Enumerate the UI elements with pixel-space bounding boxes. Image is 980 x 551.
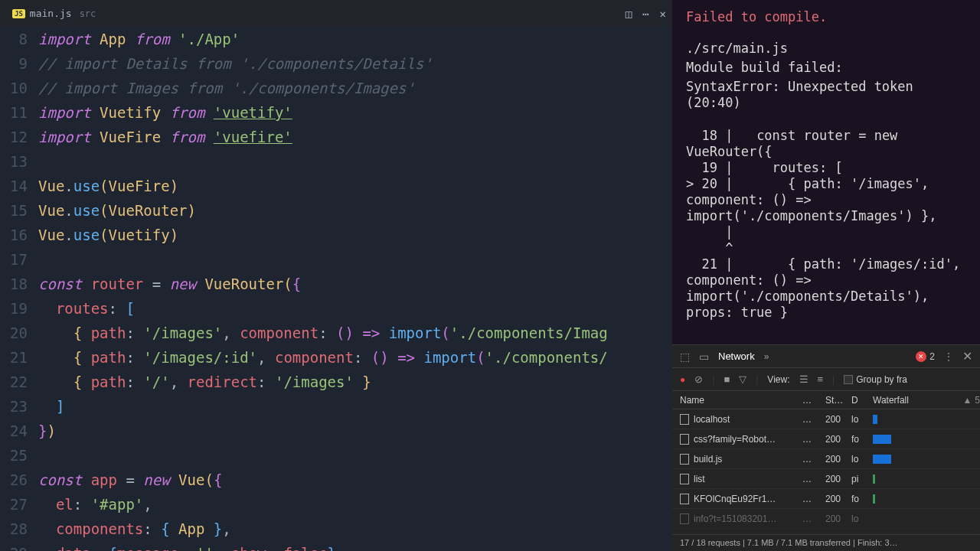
table-row[interactable]: css?family=Robot……200fo	[672, 429, 980, 449]
tab-bar: JS main.js src ◫ ⋯ ✕	[0, 0, 672, 27]
table-row[interactable]: build.js…200lo	[672, 449, 980, 469]
devtools-close-icon[interactable]: ✕	[962, 349, 972, 364]
capture-screenshot-icon[interactable]: ■	[724, 373, 730, 385]
file-icon	[680, 434, 689, 445]
clear-icon[interactable]: ⊘	[694, 373, 703, 385]
view-list-icon[interactable]: ☰	[799, 373, 808, 385]
tab-filename: main.js	[30, 8, 72, 19]
devtools-tab-bar: ⬚ ▭ Network » ✕ 2 ⋮ ✕	[672, 345, 980, 368]
network-footer: 17 / 18 requests | 7.1 MB / 7.1 MB trans…	[672, 534, 980, 551]
error-file: ./src/main.js	[686, 41, 966, 57]
more-tabs-icon[interactable]: »	[764, 351, 769, 362]
error-dot-icon: ✕	[916, 351, 926, 362]
code-content[interactable]: import App from './App'// import Details…	[38, 27, 672, 551]
col-waterfall[interactable]: Waterfall ▲ 5	[868, 395, 980, 406]
line-gutter: 8910111213141516171819202122232425262728…	[0, 27, 38, 551]
split-editor-icon[interactable]: ◫	[626, 8, 632, 20]
file-tab[interactable]: JS main.js src	[6, 0, 102, 27]
table-row[interactable]: info?t=151083201……200lo	[672, 509, 980, 529]
file-icon	[680, 414, 689, 425]
col-more[interactable]: …	[802, 395, 825, 406]
file-icon	[680, 454, 689, 465]
group-label: Group by fra	[856, 374, 907, 385]
col-status[interactable]: St…	[825, 395, 851, 406]
network-table: Name … St… D Waterfall ▲ 5 localhost…200…	[672, 391, 980, 534]
devtools-more-icon[interactable]: ⋮	[944, 351, 953, 362]
more-actions-icon[interactable]: ⋯	[642, 8, 648, 20]
col-name[interactable]: Name	[672, 395, 802, 406]
network-toolbar: ● ⊘ | ■ ▽ | View: ☰ ≡ | Group by fra	[672, 368, 980, 391]
error-badge[interactable]: ✕ 2	[916, 351, 935, 362]
error-title: Failed to compile.	[686, 9, 966, 25]
error-syntax: SyntaxError: Unexpected token (20:40)	[686, 79, 966, 111]
tab-path-hint: src	[80, 8, 96, 19]
table-row[interactable]: KFOlCnqEu92Fr1……200fo	[672, 489, 980, 509]
file-icon	[680, 494, 689, 504]
group-by-frame-checkbox[interactable]: Group by fra	[844, 374, 907, 385]
error-overlay: Failed to compile. ./src/main.js Module …	[672, 0, 980, 344]
inspect-icon[interactable]: ⬚	[680, 350, 690, 363]
table-row[interactable]: list…200pi	[672, 469, 980, 489]
col-domain[interactable]: D	[851, 395, 868, 406]
tab-actions: ◫ ⋯ ✕	[626, 8, 666, 20]
view-frames-icon[interactable]: ≡	[818, 373, 824, 385]
editor-pane: JS main.js src ◫ ⋯ ✕ 8910111213141516171…	[0, 0, 672, 551]
table-row[interactable]: localhost…200lo	[672, 409, 980, 429]
file-icon	[680, 514, 689, 524]
error-count: 2	[929, 351, 935, 362]
table-header[interactable]: Name … St… D Waterfall ▲ 5	[672, 391, 980, 409]
error-context: 18 | const router = new VueRouter({ 19 |…	[686, 128, 966, 321]
file-icon	[680, 474, 689, 484]
js-file-icon: JS	[12, 9, 25, 18]
tab-network[interactable]: Network	[718, 350, 755, 362]
close-tab-icon[interactable]: ✕	[660, 8, 666, 20]
device-toggle-icon[interactable]: ▭	[699, 350, 709, 363]
devtools-panel: ⬚ ▭ Network » ✕ 2 ⋮ ✕ ● ⊘ | ■ ▽ | View: …	[672, 344, 980, 551]
view-label: View:	[767, 374, 789, 385]
code-area[interactable]: 8910111213141516171819202122232425262728…	[0, 27, 672, 551]
error-module: Module build failed:	[686, 60, 966, 76]
browser-pane: Failed to compile. ./src/main.js Module …	[672, 0, 980, 551]
filter-icon[interactable]: ▽	[739, 373, 746, 385]
record-icon[interactable]: ●	[680, 374, 685, 385]
checkbox-icon	[844, 375, 853, 384]
